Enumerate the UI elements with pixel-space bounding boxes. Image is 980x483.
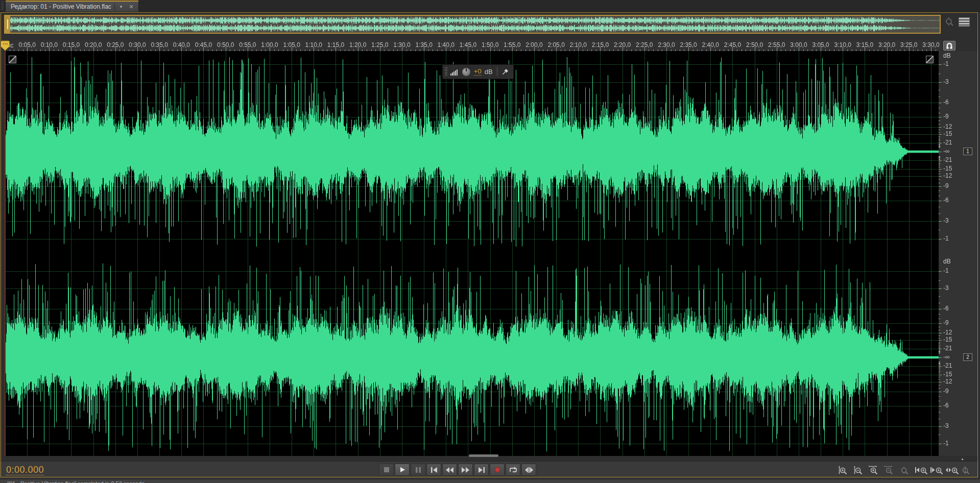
skip-selection-button[interactable] <box>521 464 536 476</box>
db-scale-tick <box>939 366 942 367</box>
db-scale-tick <box>939 96 940 97</box>
ruler-tick-marks <box>5 47 939 51</box>
play-button[interactable] <box>395 464 410 476</box>
horizontal-scroll-thumb[interactable] <box>469 454 498 457</box>
db-scale-tick <box>939 333 942 333</box>
db-scale-label: -1 <box>943 268 949 274</box>
db-scale-tick <box>939 345 940 346</box>
db-scale-label: -∞ <box>943 148 950 155</box>
db-scale-tick <box>939 296 940 297</box>
db-scale-tick <box>939 136 940 137</box>
zoom-to-selection-button[interactable] <box>945 464 959 476</box>
db-scale-tick <box>939 319 940 319</box>
db-scale-label: -6 <box>943 99 949 106</box>
zoom-to-out-point-button[interactable] <box>929 464 944 476</box>
zoom-full-vertical-button[interactable] <box>960 464 974 476</box>
zoom-reset-button[interactable] <box>899 464 913 476</box>
waveform-display[interactable] <box>5 51 939 456</box>
loop-playback-button[interactable] <box>506 464 520 476</box>
db-scale-label: -15 <box>943 165 952 172</box>
channel-2-badge[interactable]: 2 <box>963 353 972 361</box>
db-scale-tick <box>939 74 940 74</box>
fade-in-handle[interactable] <box>9 56 16 63</box>
panel-menu-icon[interactable] <box>959 17 970 27</box>
db-scale-label: -1 <box>943 440 949 447</box>
db-scale-label: -1 <box>943 61 949 67</box>
db-scale-tick <box>939 335 940 336</box>
db-scale-tick <box>939 379 940 380</box>
zoom-in-horizontal-button[interactable] <box>868 464 882 476</box>
stop-button[interactable] <box>379 464 394 476</box>
db-scale-tick <box>939 179 940 180</box>
db-scale-tick <box>939 183 940 183</box>
zoom-reset-icon[interactable] <box>944 17 954 27</box>
db-scale-tick <box>939 161 940 162</box>
tab-close-icon[interactable]: ✕ <box>127 4 135 10</box>
bottom-bar: 0:00.000 <box>0 461 978 478</box>
fast-forward-button[interactable] <box>458 464 473 476</box>
status-text: "01 - Positive Vibration.flac" completed… <box>0 479 980 483</box>
snap-toggle-button[interactable] <box>943 41 955 51</box>
waveform-canvas[interactable] <box>5 51 939 456</box>
go-to-end-button[interactable] <box>474 464 489 476</box>
db-scale-tick <box>939 90 940 90</box>
db-scale-label: -12 <box>943 124 952 130</box>
gain-unit-label: dB <box>485 68 493 76</box>
volume-hud[interactable]: +0 dB <box>442 64 514 79</box>
db-scale-tick <box>939 327 940 327</box>
transport-controls <box>379 464 536 476</box>
pause-button[interactable] <box>411 464 425 476</box>
db-scale-tick <box>939 239 942 239</box>
overview-left-handle[interactable] <box>5 16 10 33</box>
db-scale-tick <box>939 171 940 172</box>
go-to-start-button[interactable] <box>426 464 441 476</box>
db-scale-tick <box>939 365 940 366</box>
db-scale-tick <box>939 169 942 170</box>
panel-grip-icon[interactable] <box>1 2 4 10</box>
db-scale-tick <box>939 288 942 289</box>
db-scale-tick <box>939 165 940 166</box>
hud-grip-icon[interactable] <box>445 67 447 76</box>
db-scale-label: -15 <box>943 371 952 378</box>
db-scale-tick <box>939 385 940 385</box>
db-scale-tick <box>939 130 940 130</box>
db-scale-tick <box>939 363 940 363</box>
playhead-marker[interactable] <box>1 40 10 51</box>
gain-value[interactable]: +0 <box>474 68 482 76</box>
db-scale-tick <box>939 117 942 117</box>
zoom-out-horizontal-button[interactable] <box>883 464 898 476</box>
zoom-in-vertical-button[interactable] <box>838 464 852 476</box>
pin-hud-icon[interactable] <box>501 68 509 76</box>
current-time-display[interactable]: 0:00.000 <box>6 465 44 475</box>
tab-dropdown-icon[interactable]: ▾ <box>118 3 125 10</box>
db-scale-tick <box>939 64 942 65</box>
db-scale-tick <box>939 344 940 344</box>
channel-1-badge[interactable]: 1 <box>963 148 972 155</box>
db-scale-label: -1 <box>943 235 949 242</box>
overview-waveform[interactable] <box>5 16 940 33</box>
zoom-to-in-point-button[interactable] <box>914 464 928 476</box>
db-scale[interactable]: dB-1-1-3-3-6-6-9-9-12-12-15-15-21-21-∞dB… <box>939 51 977 456</box>
db-scale-tick <box>939 352 940 353</box>
scale-scroll-up-icon[interactable]: ▲ <box>961 457 964 461</box>
db-scale-tick <box>939 388 940 389</box>
db-scale-tick <box>939 342 940 343</box>
rewind-button[interactable] <box>442 464 457 476</box>
zoom-out-vertical-button[interactable] <box>853 464 867 476</box>
db-scale-tick <box>939 147 940 148</box>
gain-knob[interactable] <box>462 67 471 77</box>
editor-tab[interactable]: Редактор: 01 - Positive Vibration.flac ▾… <box>5 1 139 12</box>
db-scale-tick <box>939 103 942 103</box>
playhead-line[interactable] <box>5 51 6 456</box>
fade-out-handle[interactable] <box>926 56 934 63</box>
db-scale-tick <box>939 363 940 364</box>
db-scale-label: -12 <box>943 329 952 336</box>
overview-navigator[interactable] <box>4 15 941 34</box>
record-button[interactable] <box>490 464 505 476</box>
db-scale-tick <box>939 190 940 191</box>
db-scale-tick <box>939 357 942 358</box>
db-scale-tick <box>939 373 940 373</box>
db-scale-tick <box>939 348 940 348</box>
db-scale-tick <box>939 364 940 364</box>
db-scale-tick <box>939 157 940 157</box>
